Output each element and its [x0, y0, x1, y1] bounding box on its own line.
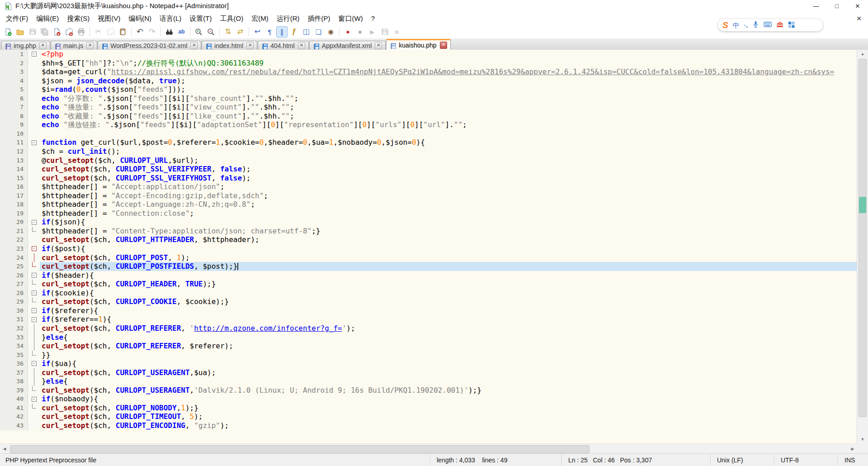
tab-close-icon[interactable]: ✕: [440, 42, 447, 49]
fold-collapse-icon[interactable]: -: [32, 220, 37, 225]
code-line-2[interactable]: 2$hh=$_GET["hh"]?:"\n";//换行符号(默认\n)QQ:30…: [0, 59, 857, 68]
close-all-files-icon[interactable]: x: [63, 26, 75, 38]
status-eol-format[interactable]: Unix (LF): [710, 454, 774, 466]
code-line-28[interactable]: 28-if($cookie){: [0, 289, 857, 298]
code-text[interactable]: curl_setopt($ch, CURLOPT_REFERER, $refer…: [40, 342, 857, 351]
code-line-24[interactable]: 24curl_setopt($ch, CURLOPT_POST, 1);: [0, 253, 857, 262]
code-text[interactable]: curl_setopt($ch, CURLOPT_HEADER, TRUE);}: [40, 280, 857, 289]
code-line-36[interactable]: 36-if($ua){: [0, 359, 857, 368]
cut-icon[interactable]: ✂: [93, 26, 104, 38]
scroll-right-icon[interactable]: ▶: [848, 444, 857, 454]
minimize-button[interactable]: —: [806, 0, 826, 12]
function-list-icon[interactable]: ƒ: [288, 26, 300, 38]
tab-close-icon[interactable]: ✕: [298, 42, 305, 49]
fold-margin[interactable]: -: [28, 271, 40, 280]
zoom-in-icon[interactable]: +: [193, 26, 204, 38]
code-line-10[interactable]: 10: [0, 129, 857, 138]
code-line-7[interactable]: 7echo "播放量: ".$json["feeds"][$i]["view_c…: [0, 103, 857, 112]
status-encoding[interactable]: UTF-8: [774, 454, 838, 466]
code-text[interactable]: }else{: [40, 333, 857, 342]
fold-collapse-icon[interactable]: -: [32, 317, 37, 322]
close-button[interactable]: ✕: [847, 0, 868, 12]
tab-404.html[interactable]: 404.html✕: [258, 41, 309, 50]
menu-item-9[interactable]: 运行(R): [273, 13, 304, 24]
fold-margin[interactable]: -: [28, 289, 40, 298]
vertical-scrollbar[interactable]: ▲ ▼: [857, 50, 868, 443]
print-icon[interactable]: [75, 26, 87, 38]
zoom-out-icon[interactable]: −: [205, 26, 217, 38]
code-text[interactable]: if($json){: [40, 218, 857, 227]
save-all-icon[interactable]: [39, 26, 50, 38]
sync-vertical-scroll-icon[interactable]: ⇅: [222, 26, 234, 38]
ime-skin-grid-icon[interactable]: [788, 21, 795, 29]
code-text[interactable]: curl_setopt($ch, CURLOPT_NOBODY,1);}: [40, 404, 857, 413]
code-line-5[interactable]: 5$i=rand(0,count($json["feeds"]));: [0, 85, 857, 94]
tab-WordPress.2023-01-02.xml[interactable]: WordPress.2023-01-02.xml✕: [98, 41, 201, 50]
code-text[interactable]: curl_setopt($ch, CURLOPT_HTTPHEADER, $ht…: [40, 235, 857, 244]
close-file-icon[interactable]: x: [51, 26, 62, 38]
code-text[interactable]: curl_setopt($ch, CURLOPT_TIMEOUT, 5);: [40, 412, 857, 421]
maximize-button[interactable]: □: [826, 0, 847, 12]
fold-margin[interactable]: -: [28, 218, 40, 227]
code-text[interactable]: [40, 129, 857, 138]
code-editor[interactable]: 1-<?php2$hh=$_GET["hh"]?:"\n";//换行符号(默认\…: [0, 50, 857, 443]
code-line-27[interactable]: 27curl_setopt($ch, CURLOPT_HEADER, TRUE)…: [0, 280, 857, 289]
code-line-21[interactable]: 21$httpheader[] = "Content-Type:applicat…: [0, 227, 857, 236]
menu-item-1[interactable]: 编辑(E): [32, 13, 63, 24]
code-text[interactable]: function get_curl($url,$post=0,$referer=…: [40, 138, 857, 147]
undo-icon[interactable]: ↶: [134, 26, 146, 38]
document-map-icon[interactable]: ◫: [301, 26, 312, 38]
code-text[interactable]: $httpheader[] = "Accept-Encoding:gzip,de…: [40, 191, 857, 200]
code-text[interactable]: curl_setopt($ch, CURLOPT_ENCODING, "gzip…: [40, 421, 857, 430]
code-text[interactable]: <?php: [40, 50, 857, 59]
code-text[interactable]: if($ua){: [40, 359, 857, 368]
tab-close-icon[interactable]: ✕: [190, 42, 198, 49]
vertical-scrollbar-thumb[interactable]: [859, 59, 867, 417]
code-text[interactable]: if($cookie){: [40, 289, 857, 298]
fold-collapse-icon[interactable]: -: [32, 52, 37, 57]
tab-index.html[interactable]: index.html✕: [202, 41, 257, 50]
redo-icon[interactable]: ↷: [146, 26, 158, 38]
code-line-33[interactable]: 33}else{: [0, 333, 857, 342]
code-line-38[interactable]: 38}else{: [0, 377, 857, 386]
horizontal-scrollbar-thumb[interactable]: [10, 445, 590, 453]
code-text[interactable]: if($referer){: [40, 306, 857, 315]
code-text[interactable]: $ch = curl_init();: [40, 147, 857, 156]
code-text[interactable]: $data=get_curl("https://apissl.gifshow.c…: [40, 67, 857, 76]
code-line-6[interactable]: 6echo "分享数: ".$json["feeds"][$i]["share_…: [0, 94, 857, 103]
code-line-43[interactable]: 43curl_setopt($ch, CURLOPT_ENCODING, "gz…: [0, 421, 857, 430]
word-wrap-icon[interactable]: ↩: [252, 26, 263, 38]
code-line-17[interactable]: 17$httpheader[] = "Accept-Encoding:gzip,…: [0, 191, 857, 200]
code-line-39[interactable]: 39curl_setopt($ch, CURLOPT_USERAGENT,'Da…: [0, 386, 857, 395]
tab-close-icon[interactable]: ✕: [375, 42, 382, 49]
menu-item-4[interactable]: 编码(N): [124, 13, 156, 24]
close-document-icon[interactable]: ✕: [854, 14, 863, 23]
code-text[interactable]: curl_setopt($ch, CURLOPT_SSL_VERIFYHOST,…: [40, 174, 857, 183]
fold-collapse-icon[interactable]: -: [32, 273, 37, 278]
ime-toolbox-icon[interactable]: [776, 21, 783, 29]
paste-icon[interactable]: [117, 26, 128, 38]
code-line-41[interactable]: 41curl_setopt($ch, CURLOPT_NOBODY,1);}: [0, 404, 857, 413]
code-line-29[interactable]: 29curl_setopt($ch, CURLOPT_COOKIE, $cook…: [0, 297, 857, 306]
code-text[interactable]: echo "播放链接: ".$json["feeds"][$i]["adapta…: [40, 120, 857, 129]
code-text[interactable]: $json = json_decode($data, true);: [40, 76, 857, 86]
code-text[interactable]: curl_setopt($ch, CURLOPT_COOKIE, $cookie…: [40, 297, 857, 306]
code-text[interactable]: curl_setopt($ch, CURLOPT_REFERER, 'http:…: [40, 324, 857, 333]
code-line-23[interactable]: 23-if($post){: [0, 244, 857, 253]
fold-collapse-icon[interactable]: -: [32, 290, 37, 295]
menu-item-11[interactable]: 窗口(W): [334, 13, 367, 24]
code-line-34[interactable]: 34curl_setopt($ch, CURLOPT_REFERER, $ref…: [0, 342, 857, 351]
code-line-14[interactable]: 14curl_setopt($ch, CURLOPT_SSL_VERIFYPEE…: [0, 165, 857, 174]
code-line-42[interactable]: 42curl_setopt($ch, CURLOPT_TIMEOUT, 5);: [0, 412, 857, 421]
tab-close-icon[interactable]: ✕: [86, 42, 94, 49]
code-line-20[interactable]: 20-if($json){: [0, 218, 857, 227]
tab-img.php[interactable]: img.php✕: [1, 41, 50, 50]
menu-item-2[interactable]: 搜索(S): [63, 13, 94, 24]
scroll-left-icon[interactable]: ◀: [0, 444, 9, 454]
ime-microphone-icon[interactable]: [752, 21, 759, 29]
code-line-8[interactable]: 8echo "收藏量: ".$json["feeds"][$i]["like_c…: [0, 112, 857, 121]
fold-margin[interactable]: -: [28, 306, 40, 315]
code-line-1[interactable]: 1-<?php: [0, 50, 857, 59]
ime-punctuation-icon[interactable]: ·,: [744, 22, 748, 28]
fold-margin[interactable]: -: [28, 244, 40, 253]
